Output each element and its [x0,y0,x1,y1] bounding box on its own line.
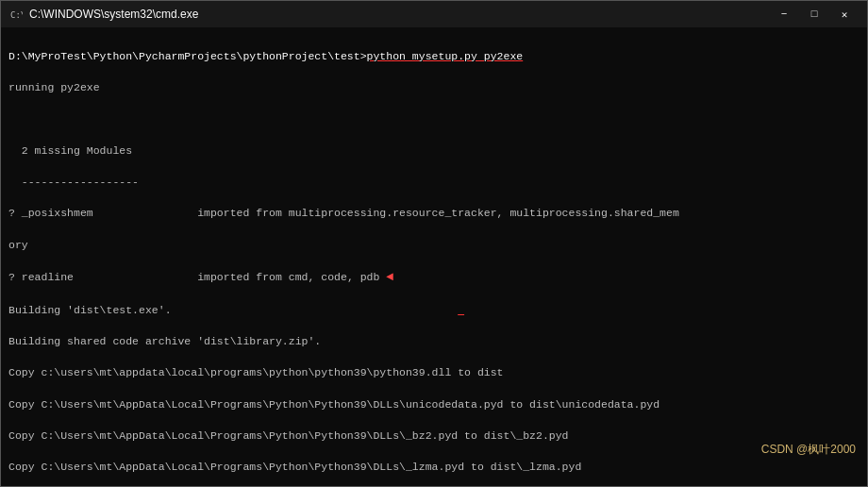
console-line-8: Building 'dist\test.exe'. [8,303,860,319]
cmd-window: C:\ C:\WINDOWS\system32\cmd.exe − □ ✕ D:… [0,0,868,487]
close-button[interactable]: ✕ [829,4,860,25]
console-line-13: Copy C:\Users\mt\AppData\Local\Programs\… [8,460,860,476]
title-bar: C:\ C:\WINDOWS\system32\cmd.exe − □ ✕ [1,1,867,27]
window-controls: − □ ✕ [769,4,860,25]
console-line-6: ory [8,238,860,254]
console-line-11: Copy C:\Users\mt\AppData\Local\Programs\… [8,397,860,413]
console-line-9: Building shared code archive 'dist\libra… [8,334,860,350]
console-line-1: D:\MyProTest\Python\PycharmProjects\pyth… [8,49,860,65]
watermark: CSDN @枫叶2000 [761,442,856,458]
console-line-3: 2 missing Modules [8,143,860,160]
window-title: C:\WINDOWS\system32\cmd.exe [29,8,198,21]
maximize-button[interactable]: □ [799,4,829,25]
minimize-button[interactable]: − [769,4,799,25]
svg-text:C:\: C:\ [10,10,23,20]
console-line-7: ? readline imported from cmd, code, pdb … [8,269,860,287]
cmd-icon: C:\ [8,7,24,22]
console-body: D:\MyProTest\Python\PycharmProjects\pyth… [1,27,867,486]
title-bar-left: C:\ C:\WINDOWS\system32\cmd.exe [8,7,198,22]
console-line-4: ------------------ [8,175,860,191]
console-line-12: Copy C:\Users\mt\AppData\Local\Programs\… [8,428,860,445]
console-line-5: ? _posixshmem imported from multiprocess… [8,206,860,222]
console-line-2: running py2exe [8,80,860,96]
console-line-10: Copy c:\users\mt\appdata\local\programs\… [8,365,860,381]
console-line-blank1 [8,111,860,127]
console-output: D:\MyProTest\Python\PycharmProjects\pyth… [8,33,860,486]
